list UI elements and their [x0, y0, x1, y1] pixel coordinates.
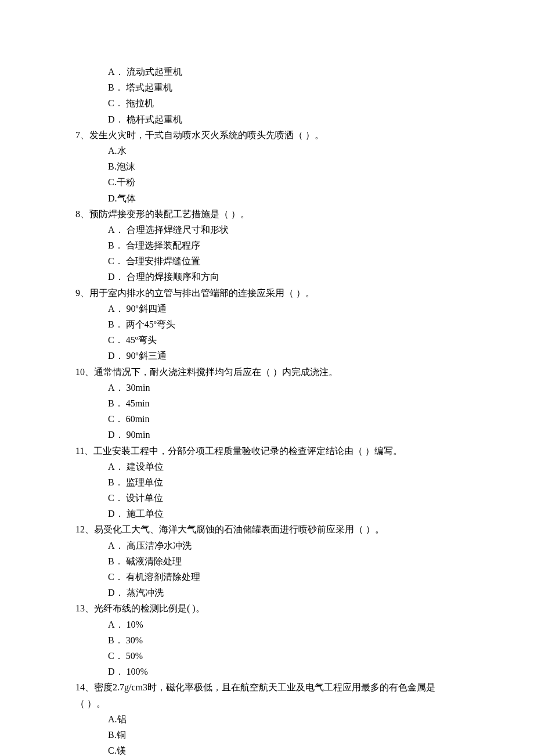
question-stem: 10、通常情况下，耐火浇注料搅拌均匀后应在（ ）内完成浇注。 [75, 364, 459, 380]
option-item: B.泡沫 [108, 159, 459, 174]
option-item: B． 塔式起重机 [108, 80, 459, 95]
option-item: A． 流动式起重机 [108, 64, 459, 80]
options-block: A． 10% B． 30% C． 50% D． 100% [108, 617, 459, 680]
option-item: B． 合理选择装配程序 [108, 237, 459, 253]
option-item: D． 施工单位 [108, 506, 459, 521]
question-7: 7、发生火灾时，干式自动喷水灭火系统的喷头先喷洒（ ）。 A.水 B.泡沫 C.… [75, 127, 459, 206]
option-item: D． 蒸汽冲洗 [108, 585, 459, 600]
option-item: A． 30min [108, 380, 459, 395]
option-item: C． 有机溶剂清除处理 [108, 569, 459, 585]
option-item: C． 45º弯头 [108, 332, 459, 348]
question-stem: 13、光纤布线的检测比例是( )。 [75, 600, 459, 616]
option-item: B． 45min [108, 395, 459, 411]
option-item: B． 30% [108, 632, 459, 648]
options-block: A． 30min B． 45min C． 60min D． 90min [108, 380, 459, 443]
option-item: A.水 [108, 143, 459, 159]
question-13: 13、光纤布线的检测比例是( )。 A． 10% B． 30% C． 50% D… [75, 600, 459, 679]
question-stem: 7、发生火灾时，干式自动喷水灭火系统的喷头先喷洒（ ）。 [75, 127, 459, 143]
option-item: C． 50% [108, 648, 459, 664]
question-stem: 11、工业安装工程中，分部分项工程质量验收记录的检查评定结论由（ ）编写。 [75, 443, 459, 459]
question-stem: 12、易受化工大气、海洋大气腐蚀的石油储罐表面进行喷砂前应采用（ ）。 [75, 521, 459, 537]
option-item: D． 90º斜三通 [108, 348, 459, 363]
option-item: C． 拖拉机 [108, 95, 459, 111]
option-item: C． 合理安排焊缝位置 [108, 253, 459, 269]
option-item: B.铜 [108, 727, 459, 743]
option-item: D． 桅杆式起重机 [108, 111, 459, 127]
option-item: C． 设计单位 [108, 490, 459, 506]
orphan-options-block: A． 流动式起重机 B． 塔式起重机 C． 拖拉机 D． 桅杆式起重机 [108, 64, 459, 127]
option-item: C． 60min [108, 411, 459, 427]
option-item: B． 监理单位 [108, 474, 459, 490]
option-item: A． 10% [108, 617, 459, 632]
question-continuation: （ ）。 [75, 696, 459, 711]
question-12: 12、易受化工大气、海洋大气腐蚀的石油储罐表面进行喷砂前应采用（ ）。 A． 高… [75, 521, 459, 600]
option-item: C.镁 [108, 743, 459, 756]
option-item: B． 碱液清除处理 [108, 553, 459, 569]
question-stem: 14、密度2.7g/cm3时，磁化率极低，且在航空航天工业及电气工程应用最多的有… [75, 679, 459, 695]
option-item: C.干粉 [108, 174, 459, 190]
question-10: 10、通常情况下，耐火浇注料搅拌均匀后应在（ ）内完成浇注。 A． 30min … [75, 364, 459, 443]
option-item: A． 建设单位 [108, 459, 459, 474]
options-block: A． 建设单位 B． 监理单位 C． 设计单位 D． 施工单位 [108, 459, 459, 522]
question-8: 8、预防焊接变形的装配工艺措施是（ ）。 A． 合理选择焊缝尺寸和形状 B． 合… [75, 206, 459, 285]
options-block: A． 合理选择焊缝尺寸和形状 B． 合理选择装配程序 C． 合理安排焊缝位置 D… [108, 222, 459, 285]
option-item: A． 高压洁净水冲洗 [108, 538, 459, 553]
option-item: D． 90min [108, 427, 459, 442]
option-item: B． 两个45º弯头 [108, 316, 459, 332]
options-block: A.水 B.泡沫 C.干粉 D.气体 [108, 143, 459, 206]
option-item: A.铝 [108, 711, 459, 727]
question-stem: 8、预防焊接变形的装配工艺措施是（ ）。 [75, 206, 459, 222]
option-item: A． 合理选择焊缝尺寸和形状 [108, 222, 459, 237]
options-block: A． 高压洁净水冲洗 B． 碱液清除处理 C． 有机溶剂清除处理 D． 蒸汽冲洗 [108, 538, 459, 601]
option-item: D． 合理的焊接顺序和方向 [108, 269, 459, 285]
question-14: 14、密度2.7g/cm3时，磁化率极低，且在航空航天工业及电气工程应用最多的有… [75, 679, 459, 756]
option-item: A． 90º斜四通 [108, 301, 459, 316]
question-11: 11、工业安装工程中，分部分项工程质量验收记录的检查评定结论由（ ）编写。 A．… [75, 443, 459, 522]
question-stem: 9、用于室内排水的立管与排出管端部的连接应采用（ ）。 [75, 285, 459, 301]
option-item: D.气体 [108, 190, 459, 206]
question-9: 9、用于室内排水的立管与排出管端部的连接应采用（ ）。 A． 90º斜四通 B．… [75, 285, 459, 364]
options-block: A.铝 B.铜 C.镁 [108, 711, 459, 756]
option-item: D． 100% [108, 664, 459, 679]
options-block: A． 90º斜四通 B． 两个45º弯头 C． 45º弯头 D． 90º斜三通 [108, 301, 459, 364]
